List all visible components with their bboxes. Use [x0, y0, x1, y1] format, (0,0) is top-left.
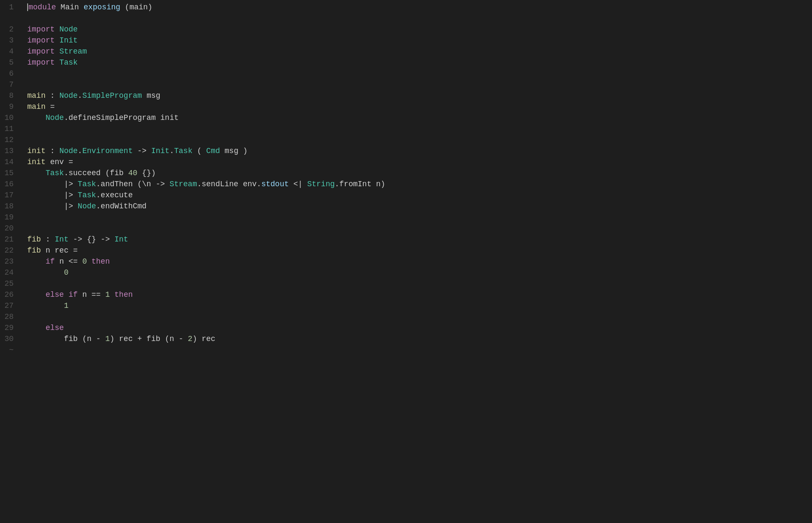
token-normal: Main — [56, 2, 84, 13]
token-type-name: Init — [151, 145, 170, 156]
token-type-name: Node — [59, 90, 78, 101]
token-normal: -> — [133, 145, 151, 156]
line-number: 24 — [3, 267, 17, 278]
line-number: 7 — [3, 79, 17, 90]
line-number: 5 — [3, 57, 17, 68]
token-normal: ) rec — [192, 333, 215, 344]
code-line — [27, 68, 804, 79]
token-fn-def: fib — [27, 245, 41, 256]
token-normal — [55, 57, 59, 68]
line-number: 4 — [3, 46, 17, 57]
token-type-name: Task — [78, 179, 96, 190]
line-number: 23 — [3, 256, 17, 267]
token-normal: .execute — [96, 190, 133, 201]
token-type-name: Task — [59, 57, 78, 68]
token-number: 2 — [188, 333, 192, 344]
line-number: 16 — [3, 179, 17, 190]
line-number: 21 — [3, 234, 17, 245]
token-normal — [27, 168, 45, 179]
token-number: 1 — [64, 300, 68, 311]
token-normal — [27, 256, 45, 267]
code-line — [27, 123, 804, 134]
token-normal: |> — [27, 201, 78, 212]
token-normal: .fromInt n) — [335, 179, 385, 190]
token-type-name: Task — [78, 190, 96, 201]
token-normal: env = — [45, 156, 73, 168]
line-number: 28 — [3, 311, 17, 322]
token-kw-then: then — [114, 289, 133, 300]
token-normal: {}) — [137, 168, 156, 179]
token-normal: -> {} -> — [68, 234, 114, 245]
token-number: 0 — [82, 256, 87, 267]
token-normal: <| — [289, 179, 307, 190]
line-number: 19 — [3, 212, 17, 223]
code-line — [27, 223, 804, 234]
code-line: fib (n - 1) rec + fib (n - 2) rec — [27, 333, 804, 344]
token-type-name: Node — [59, 24, 78, 35]
token-normal: .endWithCmd — [96, 201, 147, 212]
line-number: 29 — [3, 322, 17, 333]
code-line — [27, 311, 804, 322]
line-number: 30 — [3, 333, 17, 344]
token-kw-if: else — [45, 322, 64, 333]
token-normal: fib (n - — [27, 333, 105, 344]
token-normal — [27, 322, 45, 333]
line-number: 14 — [3, 156, 17, 168]
token-kw-then: then — [91, 256, 110, 267]
line-number: 18 — [3, 201, 17, 212]
token-type-name: Node — [45, 112, 64, 123]
token-kw-exposing: exposing — [84, 2, 120, 13]
token-normal — [27, 289, 45, 300]
line-number: ~ — [3, 344, 17, 355]
code-area[interactable]: module Main exposing (main)import Nodeim… — [24, 2, 812, 523]
token-fn-def: main — [27, 90, 45, 101]
token-normal: n rec = — [41, 245, 77, 256]
code-line: main = — [27, 101, 804, 112]
token-normal: |> — [27, 190, 78, 201]
token-fn-def: main — [27, 101, 45, 112]
token-normal: |> — [27, 179, 78, 190]
token-kw-module: module — [28, 2, 56, 13]
code-line: fib : Int -> {} -> Int — [27, 234, 804, 245]
code-line: |> Task.andThen (\n -> Stream.sendLine e… — [27, 179, 804, 190]
code-line — [27, 344, 804, 355]
token-type-name: Environment — [82, 145, 133, 156]
line-number: 25 — [3, 278, 17, 289]
token-normal: n <= — [55, 256, 82, 267]
token-normal: = — [45, 101, 55, 112]
code-line: if n <= 0 then — [27, 256, 804, 267]
code-line: 0 — [27, 267, 804, 278]
token-normal — [27, 112, 45, 123]
token-number: 1 — [105, 333, 110, 344]
line-number: 1 — [3, 2, 17, 13]
token-kw-import: import — [27, 24, 55, 35]
token-kw-import: import — [27, 35, 55, 46]
token-type-name: Init — [59, 35, 78, 46]
token-type-name: Int — [114, 234, 128, 245]
code-line: else — [27, 322, 804, 333]
token-normal: (main) — [120, 2, 153, 13]
token-normal: ( — [192, 145, 206, 156]
token-normal — [55, 24, 59, 35]
code-line: 1 — [27, 300, 804, 311]
token-type-name: SimpleProgram — [82, 90, 142, 101]
token-number: 0 — [64, 267, 68, 278]
code-line: import Node — [27, 24, 804, 35]
token-type-name: Cmd — [206, 145, 220, 156]
token-normal: msg ) — [220, 145, 248, 156]
token-type-name: Task — [174, 145, 192, 156]
token-normal — [55, 46, 59, 57]
line-number: 12 — [3, 134, 17, 145]
code-line: Task.succeed (fib 40 {}) — [27, 168, 804, 179]
line-number: 20 — [3, 223, 17, 234]
token-normal: . — [170, 145, 174, 156]
code-editor[interactable]: 1234567891011121314151617181920212223242… — [0, 0, 812, 523]
token-number: 1 — [105, 289, 110, 300]
code-line: import Task — [27, 57, 804, 68]
token-normal: : — [45, 145, 59, 156]
code-line: module Main exposing (main) — [27, 2, 804, 13]
token-type-name: Stream — [170, 179, 197, 190]
token-normal: .succeed (fib — [64, 168, 128, 179]
token-type-name: Int — [55, 234, 68, 245]
line-number: 9 — [3, 101, 17, 112]
